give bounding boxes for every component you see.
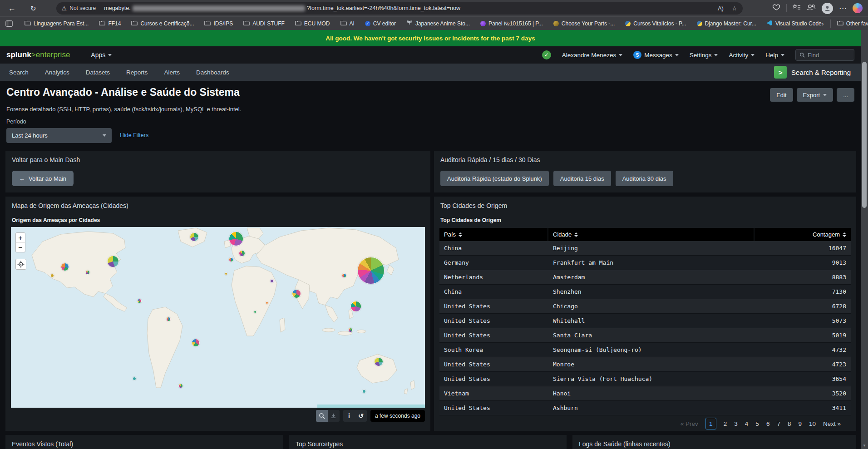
table-row[interactable]: United StatesWhitehall5073 — [439, 314, 851, 328]
browser-essentials-icon[interactable] — [772, 4, 780, 13]
page-button-5[interactable]: 5 — [755, 420, 759, 427]
map-pie-marker[interactable] — [190, 232, 199, 242]
map-pie-marker[interactable] — [166, 317, 171, 321]
map-pie-marker[interactable] — [350, 301, 361, 312]
table-row[interactable]: South KoreaSeongnam-si (Buljeong-ro)4732 — [439, 343, 851, 357]
sort-icon[interactable] — [574, 232, 578, 237]
bookmark-item[interactable]: AUDI STUFF — [243, 20, 285, 27]
current-app[interactable]: > Search & Reporting — [774, 66, 851, 79]
map-download-button[interactable] — [328, 410, 340, 422]
page-button-9[interactable]: 9 — [798, 420, 802, 427]
page-button-6[interactable]: 6 — [766, 420, 770, 427]
refresh-icon[interactable]: ↻ — [30, 5, 36, 12]
nav-item-search[interactable]: Search — [9, 69, 29, 76]
messages-menu[interactable]: 5Messages — [633, 51, 679, 59]
bookmarks-overflow-icon[interactable]: › — [822, 20, 824, 27]
help-menu[interactable]: Help — [765, 52, 784, 59]
map-pie-marker[interactable] — [348, 328, 353, 332]
page-button-8[interactable]: 8 — [788, 420, 791, 427]
map-pie-marker[interactable] — [137, 299, 142, 303]
hide-filters-link[interactable]: Hide Filters — [120, 132, 148, 138]
audit-button-1[interactable]: Auditoria Rápida (estado do Splunk) — [440, 171, 549, 186]
map-zoom-out-button[interactable]: − — [15, 242, 25, 252]
table-row[interactable]: ChinaBeijing16047 — [439, 241, 851, 256]
bookmark-item[interactable]: AI — [340, 20, 355, 27]
voltar-ao-main-button[interactable]: ← Voltar ao Main — [12, 171, 74, 186]
map-zoom-in-button[interactable]: + — [15, 232, 25, 242]
back-icon[interactable]: ← — [8, 5, 16, 12]
map-pie-marker[interactable] — [357, 257, 385, 284]
sort-icon[interactable] — [843, 232, 846, 237]
apps-menu[interactable]: Apps — [91, 51, 112, 59]
activity-menu[interactable]: Activity — [729, 52, 755, 59]
page-scrollbar[interactable]: ▼ — [861, 30, 868, 449]
bookmark-item[interactable]: Visual Studio Code — [767, 20, 822, 27]
table-row[interactable]: NetherlandsAmsterdam8883 — [439, 270, 851, 285]
bookmark-item[interactable]: Cursos e Certificaçõ... — [131, 20, 194, 27]
column-header-contagem[interactable]: Contagem — [755, 228, 851, 241]
read-aloud-icon[interactable]: A) — [718, 5, 724, 12]
threat-origin-map[interactable]: + − — [11, 227, 425, 408]
map-pie-marker[interactable] — [270, 279, 274, 283]
settings-menu[interactable]: Settings — [690, 52, 718, 59]
map-locate-button[interactable] — [15, 259, 26, 270]
page-button-10[interactable]: 10 — [809, 420, 816, 427]
page-button-2[interactable]: 2 — [724, 420, 727, 427]
time-range-picker[interactable]: Last 24 hours — [6, 128, 112, 143]
map-pie-marker[interactable] — [239, 250, 245, 257]
nav-item-datasets[interactable]: Datasets — [86, 69, 110, 76]
favorites-bar-icon[interactable] — [793, 4, 801, 13]
map-pie-marker[interactable] — [61, 263, 69, 271]
map-pie-marker[interactable] — [229, 257, 233, 262]
bookmark-item[interactable]: Panel №1015165 | P... — [480, 20, 543, 27]
audit-button-3[interactable]: Auditoria 30 dias — [616, 171, 673, 186]
user-menu[interactable]: Alexandre Menezes — [562, 52, 622, 59]
table-row[interactable]: United StatesChicago6728 — [439, 299, 851, 314]
bookmark-item[interactable]: Choose Your Parts -... — [553, 20, 615, 27]
edit-button[interactable]: Edit — [770, 88, 793, 102]
more-button[interactable]: ... — [837, 88, 854, 102]
browser-menu-icon[interactable]: ⋯ — [839, 5, 847, 12]
bookmark-item[interactable]: IDS/IPS — [204, 20, 233, 27]
profiles-icon[interactable] — [807, 4, 816, 13]
map-refresh-button[interactable]: ↺ — [355, 410, 367, 422]
map-pie-marker[interactable] — [107, 256, 119, 267]
find-search[interactable] — [795, 49, 854, 61]
next-page-button[interactable]: Next » — [823, 420, 841, 427]
nav-item-reports[interactable]: Reports — [126, 69, 148, 76]
bookmark-item[interactable]: ECU MOD — [295, 20, 330, 27]
sidebar-toggle-icon[interactable] — [5, 20, 13, 27]
map-info-button[interactable]: i — [343, 410, 355, 422]
user-avatar[interactable] — [822, 3, 833, 14]
page-button-7[interactable]: 7 — [777, 420, 780, 427]
splunk-logo[interactable]: splunk>enterprise — [6, 50, 70, 59]
scrollbar-down-arrow[interactable]: ▼ — [861, 444, 868, 448]
address-bar[interactable]: ⚠ Not secure megabyte. ?form.time_tok.ea… — [56, 2, 743, 15]
map-pie-marker[interactable] — [229, 232, 243, 246]
bookmark-item[interactable]: FF14 — [99, 20, 121, 27]
find-input[interactable] — [808, 52, 849, 59]
page-button-4[interactable]: 4 — [745, 420, 749, 427]
nav-item-alerts[interactable]: Alerts — [164, 69, 180, 76]
table-row[interactable]: GermanyFrankfurt am Main9013 — [439, 256, 851, 270]
copilot-icon[interactable] — [853, 3, 863, 13]
column-header-cidade[interactable]: Cidade — [548, 228, 755, 241]
export-button[interactable]: Export — [797, 88, 833, 102]
map-zoom-tool-button[interactable] — [316, 410, 328, 422]
nav-item-analytics[interactable]: Analytics — [45, 69, 69, 76]
bookmark-item[interactable]: Django Master: Cur... — [697, 20, 756, 27]
bookmark-item[interactable]: Cursos Vitalícios - P... — [625, 20, 686, 27]
table-row[interactable]: United StatesAshburn3411 — [439, 401, 851, 415]
map-pie-marker[interactable] — [192, 339, 200, 347]
table-row[interactable]: United StatesSierra Vista (Fort Huachuca… — [439, 372, 851, 386]
page-button-3[interactable]: 3 — [734, 420, 738, 427]
health-ok-icon[interactable]: ✓ — [542, 50, 551, 59]
favorite-star-icon[interactable]: ☆ — [732, 5, 737, 12]
page-button-1[interactable]: 1 — [705, 418, 716, 429]
prev-page-button[interactable]: « Prev — [681, 420, 698, 427]
audit-button-2[interactable]: Auditoria 15 dias — [553, 171, 611, 186]
table-row[interactable]: United StatesMonroe4723 — [439, 357, 851, 372]
table-row[interactable]: ChinaShenzhen7130 — [439, 285, 851, 299]
map-pie-marker[interactable] — [266, 301, 268, 304]
column-header-país[interactable]: País — [439, 228, 548, 241]
